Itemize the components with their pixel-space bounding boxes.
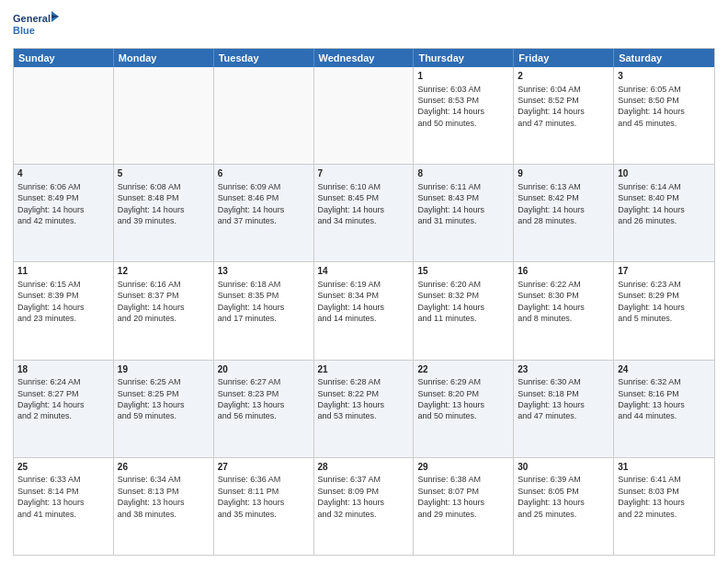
day-cell-24: 24Sunrise: 6:32 AM Sunset: 8:16 PM Dayli…: [614, 361, 714, 457]
day-info: Sunrise: 6:28 AM Sunset: 8:22 PM Dayligh…: [318, 376, 410, 422]
day-info: Sunrise: 6:36 AM Sunset: 8:11 PM Dayligh…: [218, 474, 310, 520]
day-info: Sunrise: 6:09 AM Sunset: 8:46 PM Dayligh…: [218, 181, 310, 227]
week-row-4: 18Sunrise: 6:24 AM Sunset: 8:27 PM Dayli…: [14, 361, 714, 458]
day-info: Sunrise: 6:16 AM Sunset: 8:37 PM Dayligh…: [118, 279, 210, 325]
day-number: 30: [518, 461, 609, 474]
day-cell-3: 3Sunrise: 6:05 AM Sunset: 8:50 PM Daylig…: [614, 67, 714, 164]
day-number: 5: [118, 167, 210, 180]
day-cell-12: 12Sunrise: 6:16 AM Sunset: 8:37 PM Dayli…: [114, 262, 214, 359]
day-info: Sunrise: 6:18 AM Sunset: 8:35 PM Dayligh…: [218, 279, 310, 325]
day-cell-1: 1Sunrise: 6:03 AM Sunset: 8:53 PM Daylig…: [414, 67, 514, 164]
day-cell-14: 14Sunrise: 6:19 AM Sunset: 8:34 PM Dayli…: [314, 262, 415, 359]
svg-text:Blue: Blue: [13, 25, 35, 36]
day-info: Sunrise: 6:23 AM Sunset: 8:29 PM Dayligh…: [618, 279, 711, 325]
day-info: Sunrise: 6:29 AM Sunset: 8:20 PM Dayligh…: [417, 376, 509, 422]
calendar-body: 1Sunrise: 6:03 AM Sunset: 8:53 PM Daylig…: [14, 67, 714, 555]
day-info: Sunrise: 6:25 AM Sunset: 8:25 PM Dayligh…: [118, 376, 210, 422]
day-info: Sunrise: 6:13 AM Sunset: 8:42 PM Dayligh…: [518, 181, 609, 227]
day-cell-29: 29Sunrise: 6:38 AM Sunset: 8:07 PM Dayli…: [414, 458, 514, 555]
day-number: 17: [618, 265, 711, 278]
day-cell-20: 20Sunrise: 6:27 AM Sunset: 8:23 PM Dayli…: [214, 361, 314, 457]
day-cell-5: 5Sunrise: 6:08 AM Sunset: 8:48 PM Daylig…: [114, 165, 214, 261]
day-info: Sunrise: 6:39 AM Sunset: 8:05 PM Dayligh…: [518, 474, 609, 520]
logo: General Blue: [13, 9, 59, 42]
day-number: 8: [417, 167, 509, 180]
week-row-1: 1Sunrise: 6:03 AM Sunset: 8:53 PM Daylig…: [14, 67, 714, 165]
day-cell-30: 30Sunrise: 6:39 AM Sunset: 8:05 PM Dayli…: [514, 458, 614, 555]
day-number: 20: [218, 363, 310, 376]
day-cell-28: 28Sunrise: 6:37 AM Sunset: 8:09 PM Dayli…: [314, 458, 415, 555]
day-number: 12: [118, 265, 210, 278]
day-header-wednesday: Wednesday: [314, 49, 415, 67]
day-number: 23: [518, 363, 609, 376]
day-number: 4: [17, 167, 109, 180]
day-info: Sunrise: 6:27 AM Sunset: 8:23 PM Dayligh…: [218, 376, 310, 422]
empty-cell: [14, 67, 114, 164]
day-number: 24: [618, 363, 711, 376]
day-number: 13: [218, 265, 310, 278]
day-info: Sunrise: 6:15 AM Sunset: 8:39 PM Dayligh…: [17, 279, 109, 325]
day-info: Sunrise: 6:24 AM Sunset: 8:27 PM Dayligh…: [17, 376, 109, 422]
header: General Blue: [13, 9, 715, 42]
day-cell-18: 18Sunrise: 6:24 AM Sunset: 8:27 PM Dayli…: [14, 361, 114, 457]
day-number: 18: [17, 363, 109, 376]
day-cell-16: 16Sunrise: 6:22 AM Sunset: 8:30 PM Dayli…: [514, 262, 614, 359]
day-info: Sunrise: 6:11 AM Sunset: 8:43 PM Dayligh…: [417, 181, 509, 227]
day-info: Sunrise: 6:41 AM Sunset: 8:03 PM Dayligh…: [618, 474, 711, 520]
day-number: 6: [218, 167, 310, 180]
day-cell-6: 6Sunrise: 6:09 AM Sunset: 8:46 PM Daylig…: [214, 165, 314, 261]
day-info: Sunrise: 6:19 AM Sunset: 8:34 PM Dayligh…: [318, 279, 410, 325]
day-number: 25: [17, 461, 109, 474]
day-header-sunday: Sunday: [14, 49, 114, 67]
day-info: Sunrise: 6:33 AM Sunset: 8:14 PM Dayligh…: [17, 474, 109, 520]
day-headers: SundayMondayTuesdayWednesdayThursdayFrid…: [14, 49, 714, 67]
day-number: 2: [518, 70, 609, 83]
day-number: 29: [417, 461, 509, 474]
day-info: Sunrise: 6:14 AM Sunset: 8:40 PM Dayligh…: [618, 181, 711, 227]
day-info: Sunrise: 6:32 AM Sunset: 8:16 PM Dayligh…: [618, 376, 711, 422]
day-header-thursday: Thursday: [414, 49, 514, 67]
day-info: Sunrise: 6:30 AM Sunset: 8:18 PM Dayligh…: [518, 376, 609, 422]
day-number: 14: [318, 265, 410, 278]
week-row-3: 11Sunrise: 6:15 AM Sunset: 8:39 PM Dayli…: [14, 262, 714, 360]
day-cell-17: 17Sunrise: 6:23 AM Sunset: 8:29 PM Dayli…: [614, 262, 714, 359]
day-cell-21: 21Sunrise: 6:28 AM Sunset: 8:22 PM Dayli…: [314, 361, 415, 457]
day-info: Sunrise: 6:03 AM Sunset: 8:53 PM Dayligh…: [417, 84, 509, 130]
day-number: 21: [318, 363, 410, 376]
day-number: 9: [518, 167, 609, 180]
day-number: 26: [118, 461, 210, 474]
empty-cell: [114, 67, 214, 164]
day-cell-9: 9Sunrise: 6:13 AM Sunset: 8:42 PM Daylig…: [514, 165, 614, 261]
page: General Blue SundayMondayTuesdayWednesda…: [0, 0, 728, 563]
day-cell-23: 23Sunrise: 6:30 AM Sunset: 8:18 PM Dayli…: [514, 361, 614, 457]
day-cell-25: 25Sunrise: 6:33 AM Sunset: 8:14 PM Dayli…: [14, 458, 114, 555]
week-row-2: 4Sunrise: 6:06 AM Sunset: 8:49 PM Daylig…: [14, 165, 714, 262]
week-row-5: 25Sunrise: 6:33 AM Sunset: 8:14 PM Dayli…: [14, 458, 714, 555]
day-info: Sunrise: 6:34 AM Sunset: 8:13 PM Dayligh…: [118, 474, 210, 520]
day-number: 10: [618, 167, 711, 180]
day-number: 22: [417, 363, 509, 376]
day-info: Sunrise: 6:04 AM Sunset: 8:52 PM Dayligh…: [518, 84, 609, 130]
svg-text:General: General: [13, 13, 51, 24]
day-number: 16: [518, 265, 609, 278]
day-info: Sunrise: 6:37 AM Sunset: 8:09 PM Dayligh…: [318, 474, 410, 520]
day-number: 7: [318, 167, 410, 180]
empty-cell: [214, 67, 314, 164]
day-info: Sunrise: 6:08 AM Sunset: 8:48 PM Dayligh…: [118, 181, 210, 227]
day-header-tuesday: Tuesday: [214, 49, 314, 67]
day-cell-7: 7Sunrise: 6:10 AM Sunset: 8:45 PM Daylig…: [314, 165, 415, 261]
day-info: Sunrise: 6:06 AM Sunset: 8:49 PM Dayligh…: [17, 181, 109, 227]
day-cell-13: 13Sunrise: 6:18 AM Sunset: 8:35 PM Dayli…: [214, 262, 314, 359]
day-number: 15: [417, 265, 509, 278]
day-cell-4: 4Sunrise: 6:06 AM Sunset: 8:49 PM Daylig…: [14, 165, 114, 261]
day-info: Sunrise: 6:10 AM Sunset: 8:45 PM Dayligh…: [318, 181, 410, 227]
day-header-monday: Monday: [114, 49, 214, 67]
day-cell-10: 10Sunrise: 6:14 AM Sunset: 8:40 PM Dayli…: [614, 165, 714, 261]
day-number: 31: [618, 461, 711, 474]
day-number: 1: [417, 70, 509, 83]
day-cell-27: 27Sunrise: 6:36 AM Sunset: 8:11 PM Dayli…: [214, 458, 314, 555]
day-header-friday: Friday: [514, 49, 614, 67]
day-cell-31: 31Sunrise: 6:41 AM Sunset: 8:03 PM Dayli…: [614, 458, 714, 555]
day-header-saturday: Saturday: [614, 49, 714, 67]
day-cell-2: 2Sunrise: 6:04 AM Sunset: 8:52 PM Daylig…: [514, 67, 614, 164]
